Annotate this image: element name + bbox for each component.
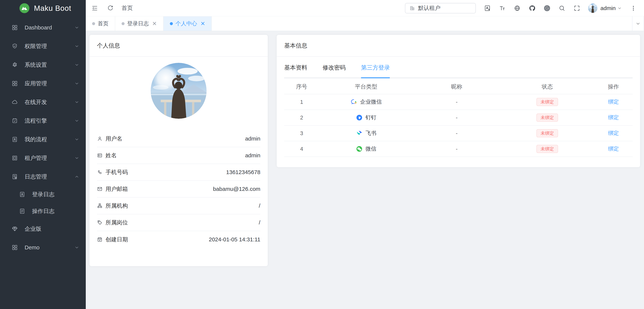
sidebar-menu: Dashboard 权限管理 系统设置 应用管理 在线开发 [0, 16, 86, 309]
sidebar-item-label: Demo [24, 244, 40, 251]
building-icon [410, 5, 415, 11]
search-button[interactable] [558, 5, 565, 11]
caret-down-icon[interactable] [617, 6, 622, 11]
tenant-select-value: 默认租户 [418, 4, 440, 12]
sidebar-item-online-dev[interactable]: 在线开发 [0, 93, 86, 111]
platform-cell: 企业微信 [350, 98, 382, 106]
tab-login-log[interactable]: 登录日志 ✕ [115, 16, 164, 31]
font-size-button[interactable] [499, 5, 506, 11]
dingtalk-icon [356, 114, 363, 121]
sidebar-item-system-settings[interactable]: 系统设置 [0, 55, 86, 74]
fullscreen-button[interactable] [574, 5, 580, 11]
bind-link[interactable]: 绑定 [608, 98, 619, 106]
tab-label: 登录日志 [127, 20, 149, 27]
row-index: 3 [284, 130, 319, 136]
tab-label: 首页 [98, 20, 108, 27]
user-avatar[interactable] [588, 3, 598, 13]
sidebar-item-login-log[interactable]: 登录日志 [0, 186, 86, 203]
feishu-icon [356, 130, 363, 137]
field-label: 用户邮箱 [106, 185, 128, 193]
search-icon [558, 5, 565, 11]
tab-dot [122, 22, 124, 25]
translate-icon [484, 5, 491, 11]
tab-basic-profile[interactable]: 基本资料 [284, 64, 307, 77]
sidebar-item-enterprise[interactable]: 企业版 [0, 220, 86, 238]
gear-icon [12, 62, 18, 68]
app-title: Maku Boot [34, 4, 71, 12]
app-window: Maku Boot Dashboard 权限管理 系统设置 应用管理 [0, 0, 644, 309]
breadcrumb[interactable]: 首页 [122, 4, 133, 12]
user-name[interactable]: admin [600, 5, 616, 11]
cloud-icon [12, 99, 18, 105]
tab-home[interactable]: 首页 [86, 16, 115, 31]
sidebar-item-label: 租户管理 [24, 154, 47, 162]
profile-avatar[interactable] [151, 63, 206, 119]
field-label: 用户名 [106, 135, 122, 143]
app-logo[interactable]: Maku Boot [0, 0, 86, 16]
row-index: 2 [284, 115, 319, 121]
sidebar-item-label: 应用管理 [24, 80, 47, 87]
chevron-down-icon [74, 245, 80, 250]
github-button[interactable] [529, 5, 536, 11]
shield-check-icon [12, 43, 18, 49]
row-index: 4 [284, 146, 319, 152]
table-row: 3 飞书 - 未绑定 绑定 [284, 126, 633, 141]
tab-profile-center[interactable]: 个人中心 ✕ [164, 16, 212, 31]
tab-bar: 首页 登录日志 ✕ 个人中心 ✕ [86, 16, 644, 31]
language-button[interactable] [514, 5, 520, 11]
sidebar-item-operation-log[interactable]: 操作日志 [0, 203, 86, 220]
translate-button[interactable] [484, 5, 491, 11]
field-email: 用户邮箱 babamu@126.com [97, 181, 260, 198]
chevron-down-icon [74, 155, 80, 161]
field-username: 用户名 admin [97, 130, 260, 147]
platform-name: 飞书 [366, 130, 376, 137]
sidebar-item-my-workflow[interactable]: 我的流程 [0, 130, 86, 149]
page-content: 个人信息 用户名 admin 姓名 admin [86, 31, 644, 309]
kebab-menu-icon[interactable] [630, 5, 636, 11]
sidebar-item-demo[interactable]: Demo [0, 238, 86, 257]
sidebar-item-label: 日志管理 [24, 173, 47, 181]
document-user-icon [19, 191, 25, 198]
chevron-down-icon [74, 25, 80, 30]
column-header-nickname: 昵称 [413, 83, 500, 91]
tab-third-party-login[interactable]: 第三方登录 [361, 64, 390, 77]
document-user-icon [12, 136, 18, 143]
platform-cell: 微信 [356, 145, 376, 153]
field-value: / [259, 219, 260, 226]
basic-info-card: 基本信息 基本资料 修改密码 第三方登录 序号 平台类型 昵称 状态 操作 [277, 35, 640, 167]
sidebar-item-label: 我的流程 [24, 136, 47, 143]
tenant-select[interactable]: 默认租户 [405, 3, 476, 13]
close-icon[interactable]: ✕ [200, 21, 205, 26]
sidebar-item-label: 系统设置 [24, 61, 47, 69]
nickname-cell: - [413, 130, 500, 136]
gitee-button[interactable] [544, 5, 550, 11]
bind-link[interactable]: 绑定 [608, 130, 619, 137]
bind-link[interactable]: 绑定 [608, 114, 619, 121]
sidebar-item-tenant-management[interactable]: 租户管理 [0, 149, 86, 167]
sidebar-item-log-management[interactable]: 日志管理 [0, 167, 86, 186]
sidebar-item-permissions[interactable]: 权限管理 [0, 37, 86, 55]
status-badge: 未绑定 [536, 145, 558, 153]
sidebar-item-app-management[interactable]: 应用管理 [0, 74, 86, 93]
collapse-sidebar-icon[interactable] [91, 5, 98, 11]
user-photo [151, 63, 206, 119]
frame-icon [12, 155, 18, 161]
chevron-down-icon [74, 99, 80, 105]
field-label: 所属机构 [106, 202, 128, 210]
nickname-cell: - [413, 146, 500, 152]
chevron-down-icon [74, 137, 80, 142]
close-icon[interactable]: ✕ [152, 21, 157, 26]
tab-label: 个人中心 [176, 20, 197, 27]
sidebar-item-dashboard[interactable]: Dashboard [0, 18, 86, 37]
bind-link[interactable]: 绑定 [608, 145, 619, 153]
platform-name: 微信 [366, 145, 376, 153]
platform-cell: 钉钉 [356, 114, 376, 121]
sidebar-item-workflow-engine[interactable]: 流程引擎 [0, 111, 86, 130]
document-lines-icon [19, 208, 25, 214]
status-badge: 未绑定 [536, 129, 558, 137]
main-area: 首页 默认租户 admin [86, 0, 644, 309]
tab-overflow-button[interactable] [632, 16, 644, 31]
tab-change-password[interactable]: 修改密码 [322, 64, 346, 77]
refresh-icon[interactable] [107, 5, 114, 11]
nickname-cell: - [413, 115, 500, 121]
